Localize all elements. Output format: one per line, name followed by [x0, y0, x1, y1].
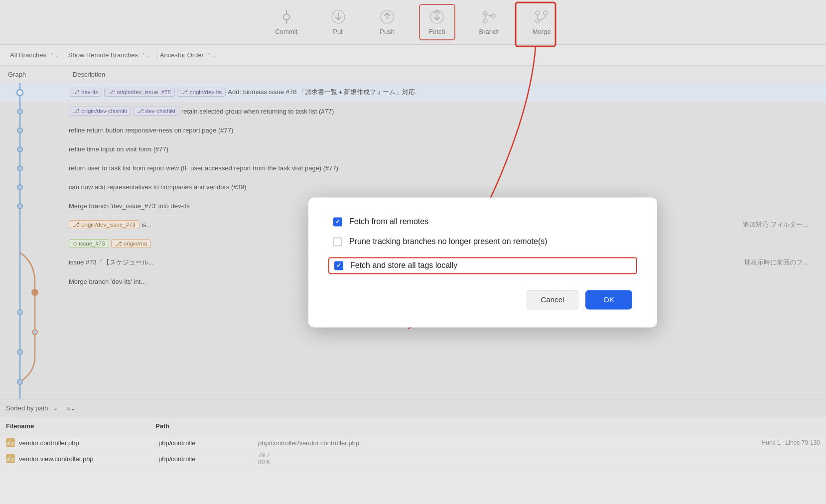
cancel-button[interactable]: Cancel	[527, 290, 579, 309]
fetch-option-2: Prune tracking branches no longer presen…	[333, 237, 632, 246]
fetch-all-label: Fetch from all remotes	[349, 217, 428, 226]
fetch-option-1: Fetch from all remotes	[333, 217, 632, 226]
checkbox-fetch-all[interactable]	[333, 217, 342, 226]
prune-label: Prune tracking branches no longer presen…	[349, 237, 548, 246]
modal-buttons: Cancel OK	[333, 290, 632, 309]
fetch-dialog: Fetch from all remotes Prune tracking br…	[308, 197, 657, 327]
checkbox-fetch-tags[interactable]	[334, 261, 343, 270]
ok-button[interactable]: OK	[585, 290, 632, 309]
fetch-option-3: Fetch and store all tags locally	[328, 257, 637, 274]
fetch-tags-label: Fetch and store all tags locally	[350, 261, 457, 270]
checkbox-prune[interactable]	[333, 237, 342, 246]
